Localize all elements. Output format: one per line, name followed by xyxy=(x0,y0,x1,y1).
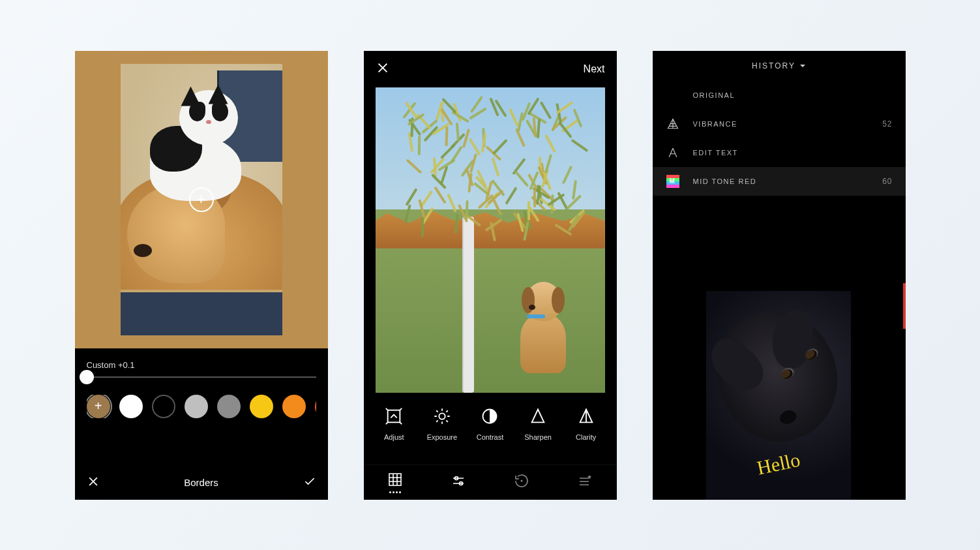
color-swatch-light-gray[interactable] xyxy=(185,395,208,418)
tool-label: Contrast xyxy=(477,433,504,441)
photo-canvas[interactable]: + xyxy=(75,51,328,348)
history-row-label: VIBRANCE xyxy=(693,120,870,128)
history-title: HISTORY xyxy=(752,61,795,70)
history-row-label: ORIGINAL xyxy=(693,91,893,99)
color-picker-target-icon[interactable]: + xyxy=(189,187,214,212)
history-row-value: 52 xyxy=(882,119,892,129)
tool-label: Sharpen xyxy=(524,433,552,441)
tool-label: Adjust xyxy=(384,433,404,441)
history-row-label: MID TONE RED xyxy=(693,177,870,185)
screen-borders: + Custom +0.1 Borders xyxy=(75,51,328,500)
panel-title: Borders xyxy=(184,477,218,488)
history-row-value: 60 xyxy=(882,177,892,186)
tool-adjust[interactable]: Adjust xyxy=(374,407,413,441)
close-button[interactable] xyxy=(376,61,390,78)
tool-label: Clarity xyxy=(576,433,596,441)
check-icon xyxy=(303,475,316,488)
list-star-icon xyxy=(577,473,593,489)
scroll-indicator xyxy=(903,283,906,329)
nav-edit[interactable] xyxy=(451,473,466,491)
edit_text-icon xyxy=(666,146,680,159)
color-swatch-row xyxy=(87,395,316,418)
confirm-button[interactable] xyxy=(303,475,316,491)
screen-history: HISTORY ORIGINALVIBRANCE52EDIT TEXTMID T… xyxy=(653,51,906,500)
nav-presets[interactable] xyxy=(387,472,403,493)
exposure-icon xyxy=(433,407,451,428)
history-row-vibrance[interactable]: VIBRANCE52 xyxy=(653,110,906,138)
photo-preview[interactable]: Hello xyxy=(706,291,851,500)
history-row-edit_text[interactable]: EDIT TEXT xyxy=(653,138,906,167)
photo-preview[interactable] xyxy=(376,87,605,393)
history-dropdown[interactable]: HISTORY xyxy=(653,51,906,81)
clarity-icon xyxy=(577,407,595,428)
slider-thumb[interactable] xyxy=(80,370,94,384)
bottom-nav xyxy=(364,465,617,500)
history-list: ORIGINALVIBRANCE52EDIT TEXTMID TONE RED6… xyxy=(653,81,906,196)
cancel-button[interactable] xyxy=(87,475,100,491)
svg-rect-0 xyxy=(388,410,400,422)
sliders-icon xyxy=(451,473,466,489)
tool-exposure[interactable]: Exposure xyxy=(423,407,462,441)
tool-clarity[interactable]: Clarity xyxy=(567,407,606,441)
midtone-icon xyxy=(666,175,680,188)
color-swatch-white[interactable] xyxy=(119,395,143,418)
svg-point-5 xyxy=(521,480,523,482)
edit-tool-row: AdjustExposureContrastSharpenClarity xyxy=(364,393,617,449)
color-swatch-gray[interactable] xyxy=(217,395,241,418)
slider-label: Custom +0.1 xyxy=(87,360,316,370)
color-swatch-orange[interactable] xyxy=(282,395,306,418)
close-icon xyxy=(87,475,100,488)
screen-edit-tools: Next AdjustExposureContrastSharpenClarit… xyxy=(364,51,617,500)
contrast-icon xyxy=(481,407,499,428)
vibrance-icon xyxy=(666,117,680,130)
sharpen-icon xyxy=(529,407,547,428)
nav-history[interactable] xyxy=(514,473,529,491)
tool-contrast[interactable]: Contrast xyxy=(470,407,509,441)
history-row-label: EDIT TEXT xyxy=(693,149,893,157)
next-button[interactable]: Next xyxy=(584,63,605,75)
border-width-slider[interactable] xyxy=(87,376,316,378)
tool-sharpen[interactable]: Sharpen xyxy=(518,407,557,441)
svg-point-1 xyxy=(439,413,445,419)
grid-icon xyxy=(387,472,403,487)
color-swatch-dark-orange[interactable] xyxy=(315,395,316,418)
color-swatch-custom[interactable] xyxy=(87,395,110,418)
history-row-original[interactable]: ORIGINAL xyxy=(653,81,906,110)
adjust-icon xyxy=(385,407,403,428)
color-swatch-yellow[interactable] xyxy=(250,395,273,418)
history-row-midtone[interactable]: MID TONE RED60 xyxy=(653,167,906,196)
tool-label: Exposure xyxy=(427,433,457,441)
caret-down-icon xyxy=(799,63,806,69)
nav-recipes[interactable] xyxy=(577,473,593,491)
history-icon xyxy=(514,473,529,489)
close-icon xyxy=(376,61,390,75)
color-swatch-black-outline[interactable] xyxy=(152,395,175,418)
